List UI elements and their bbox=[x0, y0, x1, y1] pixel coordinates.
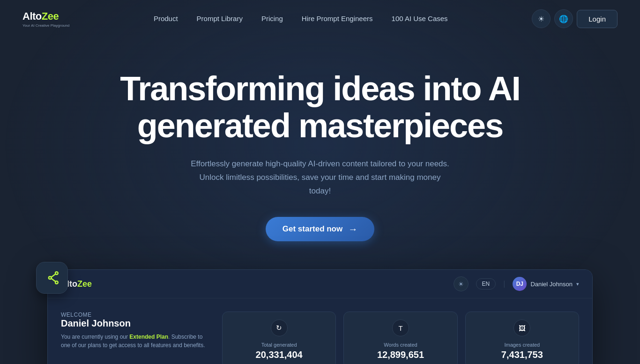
images-created-icon: 🖼 bbox=[513, 319, 530, 336]
dashboard-content: Welcome Daniel Johnson You are currently… bbox=[48, 298, 592, 364]
floating-icon-container bbox=[36, 262, 68, 294]
dashboard-nav: AltoZee ☀ EN | DJ Daniel Johnson ▾ bbox=[48, 270, 592, 298]
plan-text: You are currently using our Extended Pla… bbox=[61, 333, 211, 349]
logo-alto: Alto bbox=[22, 10, 42, 22]
language-button[interactable]: 🌐 bbox=[554, 9, 573, 28]
login-button[interactable]: Login bbox=[577, 10, 618, 28]
words-created-value: 12,899,651 bbox=[352, 349, 448, 360]
stat-card-words: T Words created 12,899,651 bbox=[343, 312, 457, 364]
network-icon bbox=[44, 270, 60, 286]
total-generated-icon: ↻ bbox=[271, 319, 288, 336]
words-created-icon: T bbox=[392, 319, 409, 336]
images-created-value: 7,431,753 bbox=[474, 349, 570, 360]
svg-line-3 bbox=[52, 274, 56, 277]
logo-zee: Zee bbox=[42, 10, 59, 22]
cta-button[interactable]: Get started now → bbox=[266, 217, 374, 241]
logo: AltoZee Your AI Creative Playground bbox=[22, 10, 69, 28]
globe-icon: 🌐 bbox=[559, 15, 568, 23]
hero-section: Transforming ideas into AI generated mas… bbox=[0, 37, 640, 269]
nav-links: Product Prompt Library Pricing Hire Prom… bbox=[146, 15, 455, 23]
stats-section: ↻ Total generated 20,331,404 T Words cre… bbox=[222, 312, 579, 364]
chevron-down-icon: ▾ bbox=[576, 281, 579, 287]
separator: | bbox=[503, 280, 505, 288]
theme-toggle-button[interactable]: ☀ bbox=[532, 9, 551, 28]
dashboard-user[interactable]: DJ Daniel Johnson ▾ bbox=[513, 277, 579, 291]
dashboard-nav-right: ☀ EN | DJ Daniel Johnson ▾ bbox=[454, 276, 579, 291]
main-nav: AltoZee Your AI Creative Playground Prod… bbox=[0, 0, 640, 37]
welcome-name: Daniel Johnson bbox=[61, 318, 211, 329]
stat-card-images: 🖼 Images created 7,431,753 bbox=[465, 312, 579, 364]
dashboard-sun-icon: ☀ bbox=[458, 281, 464, 288]
arrow-icon: → bbox=[348, 224, 357, 234]
dashboard-frame: AltoZee ☀ EN | DJ Daniel Johnson ▾ bbox=[47, 269, 593, 364]
sun-icon: ☀ bbox=[538, 15, 544, 23]
dashboard-theme-button[interactable]: ☀ bbox=[454, 276, 469, 291]
nav-prompt-library[interactable]: Prompt Library bbox=[189, 11, 250, 26]
total-generated-value: 20,331,404 bbox=[231, 349, 327, 360]
stat-card-total: ↻ Total generated 20,331,404 bbox=[222, 312, 336, 364]
nav-pricing[interactable]: Pricing bbox=[254, 11, 290, 26]
dashboard-preview: AltoZee ☀ EN | DJ Daniel Johnson ▾ bbox=[25, 269, 615, 364]
welcome-label: Welcome bbox=[61, 312, 211, 318]
words-created-label: Words created bbox=[352, 342, 448, 348]
user-name: Daniel Johnson bbox=[530, 281, 573, 288]
nav-actions: ☀ 🌐 Login bbox=[532, 9, 618, 28]
svg-line-4 bbox=[52, 278, 56, 281]
cta-label: Get started now bbox=[283, 224, 342, 234]
nav-product[interactable]: Product bbox=[146, 11, 186, 26]
total-generated-label: Total generated bbox=[231, 342, 327, 348]
nav-use-cases[interactable]: 100 AI Use Cases bbox=[384, 11, 455, 26]
hero-title: Transforming ideas into AI generated mas… bbox=[109, 70, 531, 144]
dashboard-language-button[interactable]: EN bbox=[476, 278, 496, 290]
welcome-section: Welcome Daniel Johnson You are currently… bbox=[61, 312, 211, 349]
hero-subtitle: Effortlessly generate high-quality AI-dr… bbox=[189, 157, 451, 198]
nav-hire-engineers[interactable]: Hire Prompt Engineers bbox=[294, 11, 380, 26]
images-created-label: Images created bbox=[474, 342, 570, 348]
dashboard-sidebar: Welcome Daniel Johnson You are currently… bbox=[61, 312, 211, 364]
user-avatar: DJ bbox=[513, 277, 527, 291]
logo-tagline: Your AI Creative Playground bbox=[22, 23, 69, 28]
